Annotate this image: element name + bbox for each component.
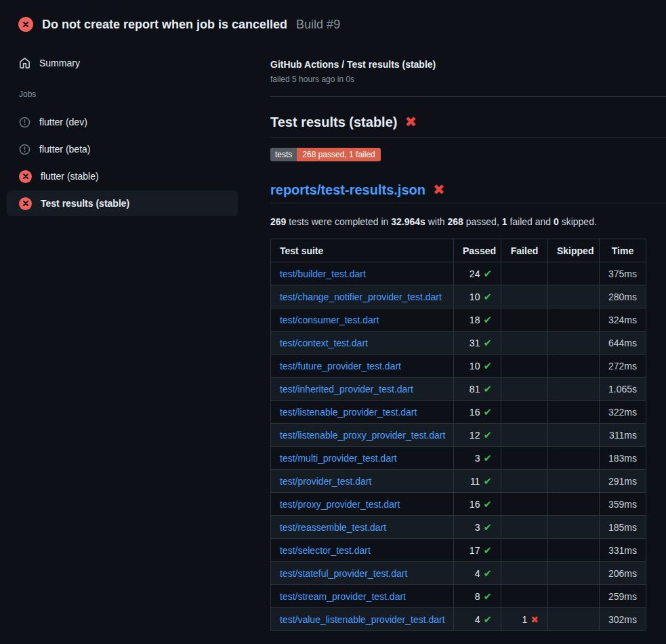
passed-cell: 11✔ [454,470,501,493]
table-row: test/value_listenable_provider_test.dart… [271,608,646,631]
check-icon: ✔ [483,291,492,303]
check-icon: ✔ [483,544,492,557]
test-results-table: Test suitePassedFailedSkippedTime test/b… [270,239,646,631]
suite-cell: test/multi_provider_test.dart [271,447,454,470]
skipped-cell [548,562,600,585]
summary-line: 269 tests were completed in 32.964s with… [270,216,666,227]
column-header: Passed [454,239,501,262]
time-cell: 324ms [600,308,646,331]
sidebar-item-flutter-beta[interactable]: flutter (beta) [0,136,270,163]
time-cell: 375ms [600,262,646,285]
column-header: Failed [501,239,548,262]
test-suite-link[interactable]: test/proxy_provider_test.dart [280,499,400,510]
breadcrumb: GitHub Actions / Test results (stable) [270,59,666,70]
test-suite-link[interactable]: test/inherited_provider_test.dart [280,384,413,395]
column-header: Skipped [548,239,600,262]
table-row: test/provider_test.dart11✔291ms [271,470,646,493]
sidebar-item-flutter-dev[interactable]: flutter (dev) [0,108,270,136]
sidebar-item-test-results-stable[interactable]: Test results (stable) [7,190,238,216]
check-icon: ✔ [483,429,492,441]
divider [270,96,666,97]
home-icon [19,58,30,69]
test-suite-link[interactable]: test/value_listenable_provider_test.dart [280,614,445,625]
summary-segment: with [425,216,448,227]
failed-cell [501,331,548,355]
tests-badge: tests 268 passed, 1 failed [270,148,381,161]
passed-cell: 3✔ [454,447,501,470]
suite-cell: test/stateful_provider_test.dart [271,562,454,585]
sidebar-summary-label: Summary [39,58,80,68]
suite-cell: test/future_provider_test.dart [271,355,454,378]
main-content: GitHub Actions / Test results (stable) f… [270,38,666,631]
sidebar: Summary Jobs flutter (dev)flutter (beta)… [0,38,270,217]
time-cell: 291ms [600,470,646,493]
check-icon: ✔ [483,590,492,603]
test-suite-link[interactable]: test/listenable_provider_test.dart [280,407,417,418]
failed-cell [501,539,548,562]
summary-segment: 32.964s [391,216,425,227]
test-suite-link[interactable]: test/change_notifier_provider_test.dart [280,291,442,302]
test-suite-link[interactable]: test/consumer_test.dart [280,315,379,325]
test-suite-link[interactable]: test/stream_provider_test.dart [280,591,406,602]
run-title: Do not create report when job is cancell… [42,18,287,32]
stale-icon [19,144,30,155]
test-suite-link[interactable]: test/multi_provider_test.dart [280,453,397,464]
column-header: Test suite [271,239,454,262]
check-icon: ✔ [483,498,492,510]
passed-cell: 8✔ [454,585,501,608]
check-icon: ✔ [483,475,492,487]
run-status-line: failed 5 hours ago in 0s [270,75,666,84]
skipped-cell [548,308,600,331]
passed-cell: 16✔ [454,401,501,424]
time-cell: 280ms [600,285,646,308]
skipped-cell [548,447,600,470]
sidebar-item-flutter-stable[interactable]: flutter (stable) [0,163,270,190]
run-header: Do not create report when job is cancell… [0,0,666,38]
summary-segment: 1 [502,216,507,227]
badge-label: tests [270,148,297,161]
test-suite-link[interactable]: test/builder_test.dart [280,268,366,279]
skipped-cell [548,331,600,355]
report-file-link[interactable]: reports/test-results.json [270,182,425,198]
summary-segment: 268 [448,216,463,227]
failed-cell [501,378,548,401]
sidebar-item-summary[interactable]: Summary [19,54,80,72]
passed-cell: 4✔ [454,608,501,631]
failed-cell [501,585,548,608]
job-label: flutter (stable) [41,171,99,182]
failed-cell [501,516,548,539]
skipped-cell [548,401,600,424]
test-suite-link[interactable]: test/provider_test.dart [280,476,371,487]
time-cell: 259ms [600,585,646,608]
suite-cell: test/consumer_test.dart [271,308,454,331]
skipped-cell [548,539,600,562]
table-row: test/consumer_test.dart18✔324ms [271,308,646,331]
summary-segment: 269 [270,216,286,227]
check-icon: ✔ [483,314,492,326]
failed-cell [501,493,548,516]
table-row: test/reassemble_test.dart3✔185ms [271,516,646,539]
skipped-cell [548,285,600,308]
suite-cell: test/reassemble_test.dart [271,516,454,539]
failed-cell [501,308,548,331]
check-icon: ✔ [483,452,492,464]
check-icon: ✔ [483,268,492,280]
suite-cell: test/provider_test.dart [271,470,454,493]
passed-cell: 31✔ [454,331,501,355]
summary-segment: tests were completed in [286,216,391,227]
suite-cell: test/listenable_provider_test.dart [271,401,454,424]
time-cell: 311ms [600,424,646,447]
test-suite-link[interactable]: test/future_provider_test.dart [280,361,401,371]
test-suite-link[interactable]: test/stateful_provider_test.dart [280,568,407,579]
test-suite-link[interactable]: test/selector_test.dart [280,545,371,556]
test-suite-link[interactable]: test/listenable_proxy_provider_test.dart [280,430,445,441]
failed-cell [501,424,548,447]
test-suite-link[interactable]: test/context_test.dart [280,338,368,348]
passed-cell: 17✔ [454,539,501,562]
skipped-cell [548,493,600,516]
test-suite-link[interactable]: test/reassemble_test.dart [280,522,386,533]
table-row: test/selector_test.dart17✔331ms [271,539,646,562]
suite-cell: test/change_notifier_provider_test.dart [271,285,454,308]
time-cell: 331ms [600,539,646,562]
skipped-cell [548,424,600,447]
